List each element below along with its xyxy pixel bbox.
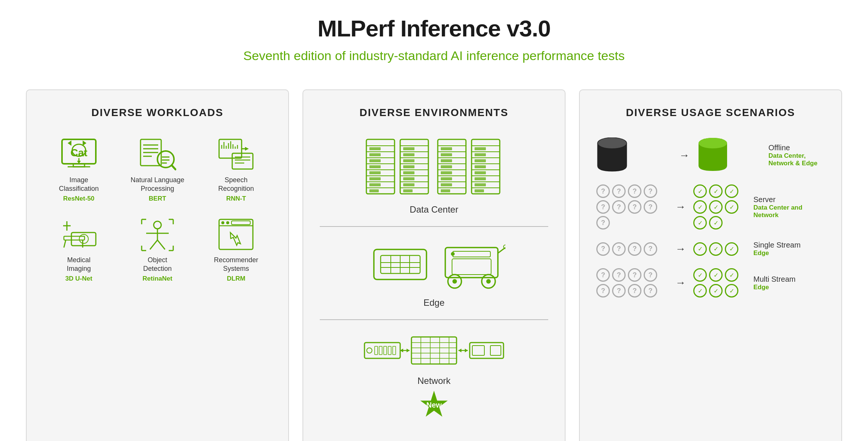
svg-point-47 bbox=[226, 221, 229, 224]
usage-info-server: Server Data Center and Network bbox=[750, 195, 825, 219]
c4: ✓ bbox=[693, 200, 707, 214]
env-edge: Edge bbox=[320, 238, 548, 320]
q6: ? bbox=[612, 200, 626, 214]
qm7: ? bbox=[628, 284, 641, 298]
usage-left-server: ? ? ? ? ? ? ? ? ? bbox=[596, 184, 668, 230]
workload-name-nlp: Natural LanguageProcessing bbox=[130, 176, 184, 193]
workload-name-detection: ObjectDetection bbox=[143, 256, 172, 273]
workload-medical: MedicalImaging 3D U-Net bbox=[43, 217, 114, 282]
c2: ✓ bbox=[709, 184, 723, 198]
svg-rect-114 bbox=[475, 177, 486, 180]
cs3: ✓ bbox=[725, 242, 738, 256]
usage-left-offline bbox=[596, 137, 671, 173]
svg-rect-58 bbox=[369, 147, 381, 150]
svg-rect-140 bbox=[393, 346, 396, 355]
scenarios-panel: DIVERSE USAGE SCENARIOS → bbox=[579, 89, 842, 441]
usage-arrow-offline: → bbox=[679, 150, 690, 162]
qm1: ? bbox=[596, 268, 610, 282]
cm6: ✓ bbox=[725, 284, 738, 298]
c3: ✓ bbox=[725, 184, 738, 198]
workload-recommender: RecommenderSystems DLRM bbox=[201, 217, 272, 282]
usage-server: ? ? ? ? ? ? ? ? ? → ✓ ✓ ✓ ✓ ✓ ✓ bbox=[596, 184, 825, 230]
q7: ? bbox=[628, 200, 641, 214]
q1: ? bbox=[596, 184, 610, 198]
workload-nlp: Natural LanguageProcessing BERT bbox=[122, 137, 193, 202]
env-network-icons bbox=[363, 331, 505, 369]
single-sub: Edge bbox=[753, 249, 825, 257]
svg-rect-125 bbox=[453, 251, 490, 257]
svg-rect-111 bbox=[475, 159, 486, 162]
env-datacenter-icons bbox=[363, 137, 505, 198]
qm8: ? bbox=[644, 284, 657, 298]
env-network-label: Network bbox=[417, 376, 451, 386]
svg-point-135 bbox=[367, 348, 372, 353]
usage-left-single: ? ? ? ? bbox=[596, 242, 668, 256]
svg-rect-59 bbox=[369, 153, 381, 156]
c6: ✓ bbox=[725, 200, 738, 214]
svg-rect-131 bbox=[452, 259, 491, 275]
svg-line-13 bbox=[172, 165, 175, 169]
cm5: ✓ bbox=[709, 284, 723, 298]
env-network: Network New bbox=[320, 331, 548, 430]
svg-rect-61 bbox=[369, 165, 381, 168]
svg-rect-110 bbox=[475, 153, 486, 156]
usage-info-multi: Multi Stream Edge bbox=[750, 275, 825, 291]
environments-panel: DIVERSE ENVIRONMENTS bbox=[302, 89, 566, 441]
svg-rect-76 bbox=[403, 153, 414, 156]
qm2: ? bbox=[612, 268, 626, 282]
svg-rect-99 bbox=[441, 189, 450, 192]
usage-info-single: Single Stream Edge bbox=[750, 241, 825, 257]
usage-right-single: ✓ ✓ ✓ bbox=[693, 242, 742, 256]
svg-rect-136 bbox=[375, 346, 378, 355]
svg-rect-60 bbox=[369, 159, 381, 162]
new-badge: New bbox=[420, 391, 448, 419]
c8: ✓ bbox=[709, 216, 723, 230]
qm5: ? bbox=[596, 284, 610, 298]
svg-rect-97 bbox=[441, 177, 452, 180]
workloads-title: DIVERSE WORKLOADS bbox=[43, 107, 272, 119]
workload-model-medical: 3D U-Net bbox=[65, 275, 92, 282]
single-name: Single Stream bbox=[753, 241, 825, 249]
object-detection-icon bbox=[139, 217, 176, 251]
usage-single-stream: ? ? ? ? → ✓ ✓ ✓ Single Stream Edge bbox=[596, 241, 825, 257]
qs4: ? bbox=[644, 242, 657, 256]
page-subtitle: Seventh edition of industry-standard AI … bbox=[243, 48, 625, 63]
usage-offline: → Offline Data Center, Network & Edge bbox=[596, 137, 825, 173]
svg-marker-143 bbox=[407, 349, 410, 352]
workload-name-recommender: RecommenderSystems bbox=[214, 256, 258, 273]
qm3: ? bbox=[628, 268, 641, 282]
c7: ✓ bbox=[693, 216, 707, 230]
svg-point-126 bbox=[451, 252, 455, 256]
svg-rect-98 bbox=[441, 183, 452, 186]
env-datacenter: Data Center bbox=[320, 137, 548, 227]
workload-name-image: ImageClassification bbox=[59, 176, 99, 193]
server-sub: Data Center and Network bbox=[753, 204, 825, 219]
usage-sections: → Offline Data Center, Network & Edge bbox=[596, 137, 825, 298]
svg-rect-93 bbox=[441, 153, 452, 156]
qm6: ? bbox=[612, 284, 626, 298]
svg-point-46 bbox=[221, 221, 224, 224]
svg-rect-113 bbox=[475, 171, 486, 174]
page-title: MLPerf Inference v3.0 bbox=[318, 15, 550, 42]
usage-arrow-single: → bbox=[675, 243, 686, 255]
workload-model-nlp: BERT bbox=[149, 195, 166, 202]
svg-point-39 bbox=[154, 221, 161, 229]
qs3: ? bbox=[628, 242, 641, 256]
q5: ? bbox=[596, 200, 610, 214]
svg-rect-77 bbox=[403, 159, 414, 162]
workload-name-medical: MedicalImaging bbox=[67, 256, 91, 273]
svg-marker-154 bbox=[458, 349, 461, 352]
q9: ? bbox=[596, 216, 610, 230]
svg-rect-92 bbox=[441, 147, 452, 150]
usage-right-server: ✓ ✓ ✓ ✓ ✓ ✓ ✓ ✓ bbox=[693, 184, 742, 230]
qs2: ? bbox=[612, 242, 626, 256]
svg-rect-82 bbox=[403, 189, 413, 192]
svg-rect-62 bbox=[369, 171, 381, 174]
svg-rect-96 bbox=[441, 171, 452, 174]
svg-point-162 bbox=[699, 138, 727, 148]
svg-rect-79 bbox=[403, 171, 414, 174]
svg-rect-75 bbox=[403, 147, 414, 150]
workload-speech: SpeechRecognition RNN-T bbox=[201, 137, 272, 202]
svg-rect-80 bbox=[403, 177, 414, 180]
svg-point-128 bbox=[452, 279, 457, 284]
